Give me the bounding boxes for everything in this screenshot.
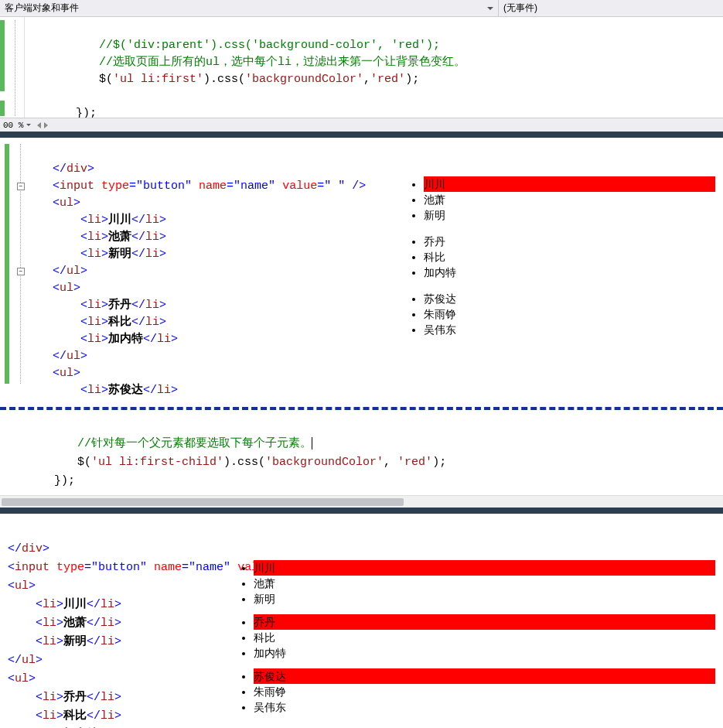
t: 'backgroundColor': [265, 456, 384, 469]
preview-pane-2: 川川 池萧 新明 乔丹 科比 加内特 苏俊达 朱雨铮 吴伟东: [402, 138, 723, 405]
code-token: );: [405, 73, 419, 86]
list-item: 苏俊达: [424, 291, 715, 306]
code-content-3[interactable]: //针对每一个父元素都要选取下每个子元素。 $('ul li:first-chi…: [0, 412, 723, 495]
t: li: [101, 617, 114, 630]
t: <: [36, 691, 43, 704]
t: li: [43, 598, 56, 611]
t: ul: [22, 654, 36, 667]
t: >: [159, 248, 166, 261]
t: </: [53, 350, 67, 363]
t: >: [159, 214, 166, 227]
t: li: [87, 248, 101, 261]
t: 新明: [108, 248, 131, 261]
t: li: [101, 691, 114, 704]
t: 苏俊达: [108, 384, 143, 397]
code-token: ,: [363, 73, 370, 86]
t: <: [53, 179, 60, 193]
t: <: [53, 367, 60, 380]
code-comment: //针对每一个父元素都要选取下每个子元素。: [77, 437, 312, 450]
t: </: [87, 617, 101, 630]
t: </: [53, 162, 67, 176]
t: ="name": [227, 179, 275, 193]
t: <: [53, 197, 60, 210]
context-left-label: 客户端对象和事件: [5, 2, 79, 15]
t: div: [22, 542, 43, 555]
t: <: [8, 579, 15, 593]
code-content-1[interactable]: //$('div:parent').css('background-color'…: [25, 17, 723, 118]
t: </: [8, 542, 22, 555]
t: </: [131, 231, 145, 244]
t: ul: [60, 367, 73, 380]
t: >: [29, 672, 36, 685]
zoom-level[interactable]: 00 %: [3, 121, 23, 130]
scroll-thumb[interactable]: [2, 498, 404, 506]
list-group-2: 乔丹 科比 加内特: [254, 614, 715, 661]
code-content-4[interactable]: </div> <input type="button" name="name" …: [0, 514, 232, 728]
t: >: [56, 635, 63, 648]
t: [192, 179, 199, 193]
t: 'red': [397, 456, 432, 469]
context-dropdown-left[interactable]: 客户端对象和事件: [0, 0, 499, 16]
t: >: [73, 282, 80, 295]
t: >: [101, 333, 108, 346]
fold-minus-icon[interactable]: −: [17, 183, 25, 190]
t: </: [87, 635, 101, 648]
t: li: [157, 384, 171, 397]
t: li: [43, 617, 56, 630]
list-item: 吴伟东: [424, 322, 715, 337]
t: [275, 179, 282, 193]
t: 池萧: [108, 231, 131, 244]
t: 川川: [63, 598, 87, 611]
t: 加内特: [108, 333, 143, 346]
t: >: [159, 231, 166, 244]
t: >: [101, 316, 108, 329]
code-token: $(: [99, 73, 113, 86]
t: <: [36, 635, 43, 648]
t: <: [80, 316, 87, 329]
t: [94, 179, 101, 193]
code-editor-pane-1[interactable]: //$('div:parent').css('background-color'…: [0, 17, 723, 118]
t: ,: [384, 456, 397, 469]
t: value: [282, 179, 317, 193]
context-dropdown-right[interactable]: (无事件): [499, 0, 723, 16]
t: >: [80, 350, 87, 363]
t: li: [101, 709, 114, 723]
t: </: [131, 316, 145, 329]
code-content-2[interactable]: </div> <input type="button" name="name" …: [46, 138, 402, 405]
t: name: [154, 561, 182, 574]
code-string: 'red': [370, 73, 405, 86]
triangle-right-icon[interactable]: [44, 122, 48, 128]
list-group-1: 川川 池萧 新明: [254, 560, 715, 607]
t: ul: [15, 579, 29, 593]
chevron-down-icon[interactable]: [26, 124, 31, 126]
t: ul: [60, 197, 73, 210]
t: ="button": [84, 561, 147, 574]
list-item: 乔丹: [254, 614, 715, 630]
horizontal-scrollbar[interactable]: [0, 495, 723, 508]
t: </: [131, 248, 145, 261]
dashed-separator: [0, 407, 723, 410]
t: ul: [67, 265, 80, 278]
fold-minus-icon[interactable]: −: [17, 268, 25, 275]
list-group-3: 苏俊达 朱雨铮 吴伟东: [424, 291, 715, 337]
list-group-2: 乔丹 科比 加内特: [424, 234, 715, 280]
t: <: [80, 214, 87, 227]
t: <: [8, 672, 15, 685]
split-pane-2: − − </div> <input type="button" name="na…: [0, 138, 723, 405]
t: li: [157, 333, 171, 346]
triangle-left-icon[interactable]: [37, 122, 41, 128]
list-item: 朱雨铮: [424, 306, 715, 322]
t: </: [131, 299, 145, 312]
t: li: [101, 598, 114, 611]
t: </: [131, 214, 145, 227]
t: <: [80, 333, 87, 346]
t: >: [159, 299, 166, 312]
t: li: [87, 384, 101, 397]
t: <: [53, 282, 60, 295]
code-comment: //选取页面上所有的ul，选中每个li，过滤出来第一个让背景色变红。: [29, 56, 466, 69]
t: </: [143, 384, 157, 397]
t: >: [101, 248, 108, 261]
t: li: [87, 231, 101, 244]
t: >: [73, 197, 80, 210]
t: >: [56, 709, 63, 723]
